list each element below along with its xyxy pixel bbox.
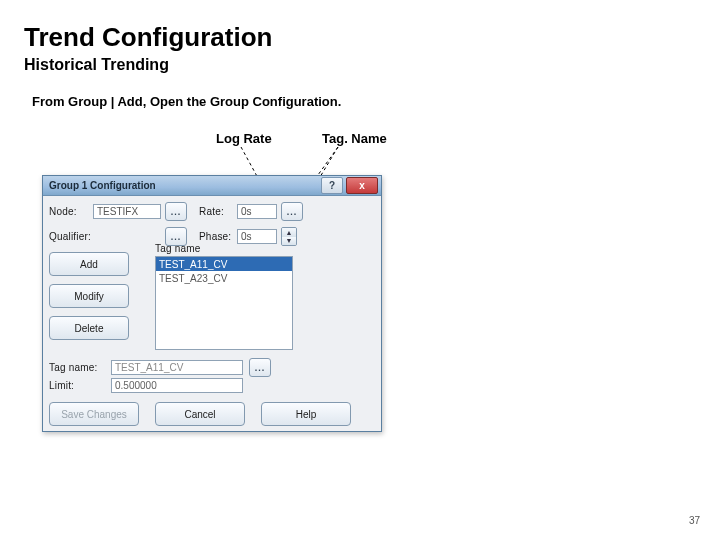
save-changes-button[interactable]: Save Changes (49, 402, 139, 426)
titlebar-help-button[interactable]: ? (321, 177, 343, 194)
rate-browse-button[interactable]: ... (281, 202, 303, 221)
node-input[interactable]: TESTIFX (93, 204, 161, 219)
page-title: Trend Configuration (24, 22, 272, 53)
callout-tag-name: Tag. Name (322, 131, 387, 146)
node-browse-button[interactable]: ... (165, 202, 187, 221)
page-number: 37 (689, 515, 700, 526)
limit-label: Limit: (49, 380, 105, 391)
group-configuration-dialog: Group 1 Configuration ? x Node: TESTIFX … (42, 175, 382, 432)
add-button[interactable]: Add (49, 252, 129, 276)
tagname-field-label: Tag name: (49, 362, 105, 373)
tagname-browse-button[interactable]: ... (249, 358, 271, 377)
limit-input[interactable]: 0.500000 (111, 378, 243, 393)
tagname-list-label: Tag name (155, 243, 201, 254)
phase-label: Phase: (199, 231, 233, 242)
rate-label: Rate: (199, 206, 233, 217)
modify-button[interactable]: Modify (49, 284, 129, 308)
dialog-title-text: Group 1 Configuration (49, 180, 156, 191)
phase-input[interactable]: 0s (237, 229, 277, 244)
instruction-text: From Group | Add, Open the Group Configu… (32, 94, 341, 109)
help-button[interactable]: Help (261, 402, 351, 426)
tagname-input[interactable]: TEST_A11_CV (111, 360, 243, 375)
page-subtitle: Historical Trending (24, 56, 169, 74)
list-item[interactable]: TEST_A11_CV (156, 257, 292, 271)
callout-log-rate: Log Rate (216, 131, 272, 146)
cancel-button[interactable]: Cancel (155, 402, 245, 426)
list-item[interactable]: TEST_A23_CV (156, 271, 292, 285)
delete-button[interactable]: Delete (49, 316, 129, 340)
node-label: Node: (49, 206, 89, 217)
dialog-titlebar: Group 1 Configuration ? x (43, 176, 381, 196)
qualifier-label: Qualifier: (49, 231, 89, 242)
phase-spinner[interactable]: ▲▼ (281, 227, 297, 246)
rate-input[interactable]: 0s (237, 204, 277, 219)
close-button[interactable]: x (346, 177, 378, 194)
tagname-listbox[interactable]: TEST_A11_CV TEST_A23_CV (155, 256, 293, 350)
